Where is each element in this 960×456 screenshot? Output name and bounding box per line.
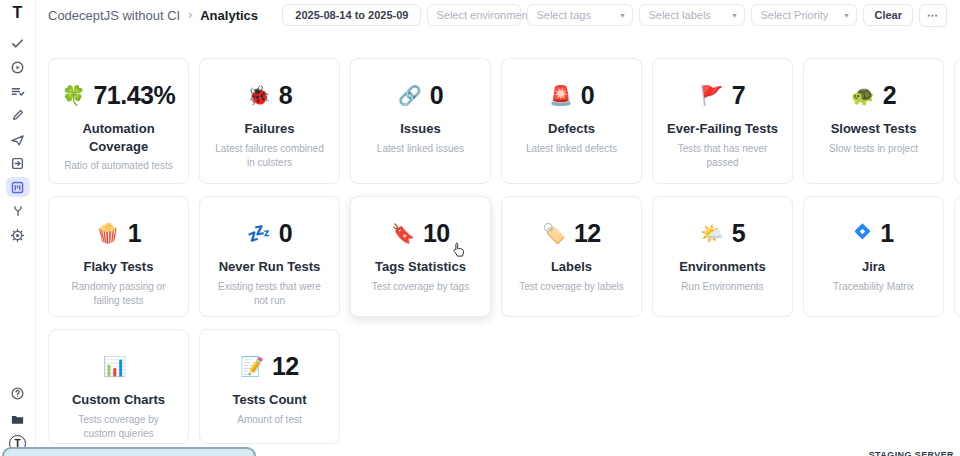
card-tests-count[interactable]: 📝12 Tests Count Amount of test — [199, 329, 340, 444]
jira-logo-icon — [853, 222, 872, 244]
card-tags-statistics[interactable]: 🔖10 Tags Statistics Test coverage by tag… — [350, 196, 491, 317]
card-subtitle: Tests coverage by custom quieries — [55, 413, 182, 442]
card-title: Jira — [810, 258, 937, 276]
card-title: Automation Coverage — [55, 120, 182, 155]
sidebar-bottom: T — [6, 383, 30, 452]
card-custom-charts[interactable]: 📊 Custom Charts Tests coverage by custom… — [48, 329, 189, 444]
stat-value: 1 — [128, 221, 141, 246]
sidebar-item-docs[interactable] — [6, 409, 30, 429]
plane-icon — [10, 132, 25, 147]
card-subtitle: Amount of test — [206, 413, 333, 428]
stat-value: 0 — [430, 83, 443, 108]
sidebar-item-tests[interactable] — [6, 33, 30, 53]
app-logo[interactable]: T — [13, 5, 23, 21]
card-flaky-tests[interactable]: 🍿1 Flaky Tests Randomly passing or faili… — [48, 196, 189, 317]
list-check-icon — [10, 84, 25, 99]
card-jira[interactable]: 1 Jira Traceability Matrix — [803, 196, 944, 317]
breadcrumb-separator: › — [188, 8, 192, 22]
card-title: Failures — [206, 120, 333, 138]
card-automation-coverage[interactable]: 🍀71.43% Automation Coverage Ratio of aut… — [48, 58, 189, 184]
tags-select-placeholder: Select tags — [536, 9, 590, 21]
sun-cloud-icon: 🌤️ — [700, 224, 724, 243]
stat-value: 5 — [732, 221, 745, 246]
stat-value: 10 — [423, 221, 450, 246]
card-subtitle: Test coverage by labels — [508, 280, 635, 295]
sidebar-item-import[interactable] — [6, 153, 30, 173]
card-title: Never Run Tests — [206, 258, 333, 276]
card-subtitle: Slow tests in project — [810, 142, 937, 157]
card-subtitle: Tests that has never passed — [659, 142, 786, 171]
card-ever-failing-tests[interactable]: 🚩7 Ever-Failing Tests Tests that has nev… — [652, 58, 793, 184]
check-icon — [10, 36, 25, 51]
card-title: Labels — [508, 258, 635, 276]
red-flag-icon: 🚩 — [700, 86, 724, 105]
sidebar-item-branches[interactable] — [6, 201, 30, 221]
link-icon: 🔗 — [398, 86, 422, 105]
card-subtitle: Ratio of automated tests — [55, 159, 182, 174]
card-subtitle: Latest linked issues — [357, 142, 484, 157]
chevron-down-icon: ▾ — [844, 11, 848, 20]
breadcrumb-project[interactable]: CodeceptJS without CI — [48, 8, 180, 23]
popcorn-icon: 🍿 — [96, 224, 120, 243]
environment-select[interactable]: Select environment ▾ — [427, 4, 521, 26]
stat-value: 71.43% — [93, 83, 175, 108]
branch-icon — [11, 204, 25, 218]
analytics-widgets-grid: 🍀71.43% Automation Coverage Ratio of aut… — [48, 58, 960, 444]
card-title: Ever-Failing Tests — [659, 120, 786, 138]
labels-select-placeholder: Select labels — [648, 9, 710, 21]
page-title: Analytics — [200, 8, 258, 23]
sidebar-nav — [6, 33, 30, 245]
card-issues[interactable]: 🔗0 Issues Latest linked issues — [350, 58, 491, 184]
card-title: Slowest Tests — [810, 120, 937, 138]
sidebar-item-plans[interactable] — [6, 81, 30, 101]
clover-icon: 🍀 — [62, 86, 86, 105]
card-failures[interactable]: 🐞8 Failures Latest failures combined in … — [199, 58, 340, 184]
stat-value: 2 — [883, 83, 896, 108]
gear-icon — [10, 228, 25, 243]
sidebar-item-help[interactable] — [6, 383, 30, 403]
card-defects[interactable]: 🚨0 Defects Latest linked defects — [501, 58, 642, 184]
card-title: Custom Charts — [55, 391, 182, 409]
zzz-icon: 💤 — [247, 224, 271, 243]
card-subtitle: Test coverage by tags — [357, 280, 484, 295]
card-labels[interactable]: 🏷️12 Labels Test coverage by labels — [501, 196, 642, 317]
more-options-button[interactable]: ⋯ — [919, 4, 947, 27]
widgets-row-2: 🍿1 Flaky Tests Randomly passing or faili… — [48, 196, 960, 317]
priority-select[interactable]: Select Priority ▾ — [751, 4, 857, 26]
memo-icon: 📝 — [240, 357, 264, 376]
card-never-run-tests[interactable]: 💤0 Never Run Tests Existing tests that w… — [199, 196, 340, 317]
sidebar-item-pulse[interactable] — [6, 129, 30, 149]
card-clipped-stub — [954, 58, 960, 184]
labels-select[interactable]: Select labels ▾ — [639, 4, 745, 26]
sidebar-item-runs[interactable] — [6, 57, 30, 77]
pencil-icon — [11, 108, 25, 122]
card-environments[interactable]: 🌤️5 Environments Run Environments — [652, 196, 793, 317]
play-circle-icon — [10, 60, 25, 75]
stat-value: 12 — [272, 354, 299, 379]
main-content: CodeceptJS without CI › Analytics 2025-0… — [36, 0, 960, 456]
widgets-row-1: 🍀71.43% Automation Coverage Ratio of aut… — [48, 58, 960, 184]
card-subtitle: Latest failures combined in culsters — [206, 142, 333, 171]
tags-select[interactable]: Select tags ▾ — [527, 4, 633, 26]
stat-value: 12 — [574, 221, 601, 246]
sidebar-item-analytics[interactable] — [6, 177, 30, 197]
clear-filters-button[interactable]: Clear — [863, 4, 913, 26]
date-range-button[interactable]: 2025-08-14 to 2025-09 — [282, 4, 421, 26]
card-title: Tests Count — [206, 391, 333, 409]
sidebar-item-editor[interactable] — [6, 105, 30, 125]
label-icon: 🏷️ — [542, 224, 566, 243]
sidebar-item-settings[interactable] — [6, 225, 30, 245]
card-slowest-tests[interactable]: 🐢2 Slowest Tests Slow tests in project — [803, 58, 944, 184]
topbar: CodeceptJS without CI › Analytics 2025-0… — [48, 0, 960, 30]
chevron-down-icon: ▾ — [620, 11, 624, 20]
stat-value: 0 — [279, 221, 292, 246]
card-title: Defects — [508, 120, 635, 138]
stat-value: 7 — [732, 83, 745, 108]
widgets-row-3: 📊 Custom Charts Tests coverage by custom… — [48, 329, 960, 444]
bar-chart-icon: 📊 — [103, 357, 127, 376]
stat-value: 8 — [279, 83, 292, 108]
notification-toast[interactable] — [2, 447, 256, 456]
card-title: Tags Statistics — [357, 258, 484, 276]
question-circle-icon — [10, 386, 25, 401]
card-subtitle: Run Environments — [659, 280, 786, 295]
